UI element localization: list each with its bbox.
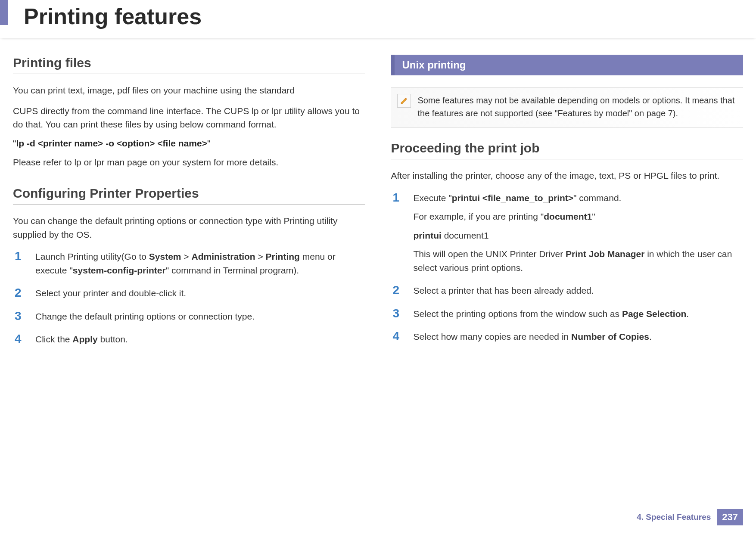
step-body: Select your printer and double-click it. xyxy=(35,286,365,300)
step-number: 3 xyxy=(393,307,403,321)
text: document1 xyxy=(442,230,489,240)
text: Click the xyxy=(35,334,72,344)
quote-close: " xyxy=(207,138,210,148)
step-item: 2 Select a printer that has been already… xyxy=(393,284,744,298)
step-number: 1 xyxy=(15,250,25,277)
step-body: Select how many copies are needed in Num… xyxy=(414,330,744,344)
body-text: After installing the printer, choose any… xyxy=(391,169,744,183)
text: button. xyxy=(98,334,128,344)
pencil-icon xyxy=(400,96,408,105)
step-number: 4 xyxy=(15,332,25,346)
steps-list: 1 Launch Printing utility(Go to System >… xyxy=(13,250,365,346)
sep: > xyxy=(255,251,266,261)
step-item: 4 Select how many copies are needed in N… xyxy=(393,330,744,344)
header-accent-tab xyxy=(0,0,8,25)
step-body: Change the default printing options or c… xyxy=(35,310,365,323)
menu-printing: Printing xyxy=(266,251,300,261)
step-number: 1 xyxy=(393,191,403,275)
step-body: Execute "printui <file_name_to_print>" c… xyxy=(414,191,744,275)
subsection-configuring-printer: Configuring Printer Properties xyxy=(13,186,365,205)
body-text: CUPS directly from the command line inte… xyxy=(13,104,365,131)
step-item: 2 Select your printer and double-click i… xyxy=(15,286,365,300)
step-body: Select the printing options from the win… xyxy=(414,307,744,321)
menu-system: System xyxy=(149,251,181,261)
text: Execute " xyxy=(414,193,452,203)
command-name: printui xyxy=(414,230,442,240)
step-body: Launch Printing utility(Go to System > A… xyxy=(35,250,365,277)
text: " xyxy=(592,211,595,221)
filename: document1 xyxy=(544,211,592,221)
option-name: Number of Copies xyxy=(571,332,649,342)
right-column: Unix printing Some features may not be a… xyxy=(391,51,744,356)
subsection-printing-files: Printing files xyxy=(13,56,365,74)
text: . xyxy=(649,332,652,342)
page-header: Printing features xyxy=(0,0,756,38)
body-text: Please refer to lp or lpr man page on yo… xyxy=(13,155,365,169)
command-text: printui <file_name_to_print> xyxy=(452,193,573,203)
button-name: Apply xyxy=(72,334,97,344)
step-item: 4 Click the Apply button. xyxy=(15,332,365,346)
left-column: Printing files You can print text, image… xyxy=(13,51,365,356)
footer-page-number: 237 xyxy=(717,509,743,525)
body-text: You can print text, image, pdf files on … xyxy=(13,84,365,97)
step-item: 3 Change the default printing options or… xyxy=(15,310,365,323)
note-text: Some features may not be available depen… xyxy=(418,94,736,120)
text: " command in Terminal program). xyxy=(166,265,299,275)
note-box: Some features may not be available depen… xyxy=(391,87,744,128)
page-title: Printing features xyxy=(24,3,756,29)
step-item: 3 Select the printing options from the w… xyxy=(393,307,744,321)
step-number: 2 xyxy=(15,286,25,300)
sep: > xyxy=(181,251,192,261)
step-number: 2 xyxy=(393,284,403,298)
section-header-unix: Unix printing xyxy=(391,55,744,75)
text: This will open the UNIX Printer Driver xyxy=(414,249,566,259)
steps-list: 1 Execute "printui <file_name_to_print>"… xyxy=(391,191,744,344)
command-text: lp -d <printer name> -o <option> <file n… xyxy=(16,138,207,148)
step-body: Click the Apply button. xyxy=(35,332,365,346)
text: Launch Printing utility(Go to xyxy=(35,251,149,261)
text: Select how many copies are needed in xyxy=(414,332,572,342)
text: . xyxy=(686,309,689,319)
page-footer: 4. Special Features 237 xyxy=(637,509,743,525)
content-columns: Printing files You can print text, image… xyxy=(0,38,756,356)
step-item: 1 Execute "printui <file_name_to_print>"… xyxy=(393,191,744,275)
body-text: You can change the default printing opti… xyxy=(13,214,365,241)
option-name: Page Selection xyxy=(622,309,686,319)
step-item: 1 Launch Printing utility(Go to System >… xyxy=(15,250,365,277)
step-body: Select a printer that has been already a… xyxy=(414,284,744,298)
text: Select the printing options from the win… xyxy=(414,309,622,319)
step-number: 4 xyxy=(393,330,403,344)
app-name: Print Job Manager xyxy=(566,249,644,259)
subsection-proceeding-print-job: Proceeding the print job xyxy=(391,141,744,159)
footer-chapter: 4. Special Features xyxy=(637,512,711,522)
command-example: "lp -d <printer name> -o <option> <file … xyxy=(13,138,365,149)
note-icon xyxy=(397,94,411,108)
menu-administration: Administration xyxy=(191,251,255,261)
step-number: 3 xyxy=(15,310,25,323)
command-name: system-config-printer xyxy=(73,265,166,275)
text: For example, if you are printing " xyxy=(414,211,544,221)
text: " command. xyxy=(573,193,621,203)
